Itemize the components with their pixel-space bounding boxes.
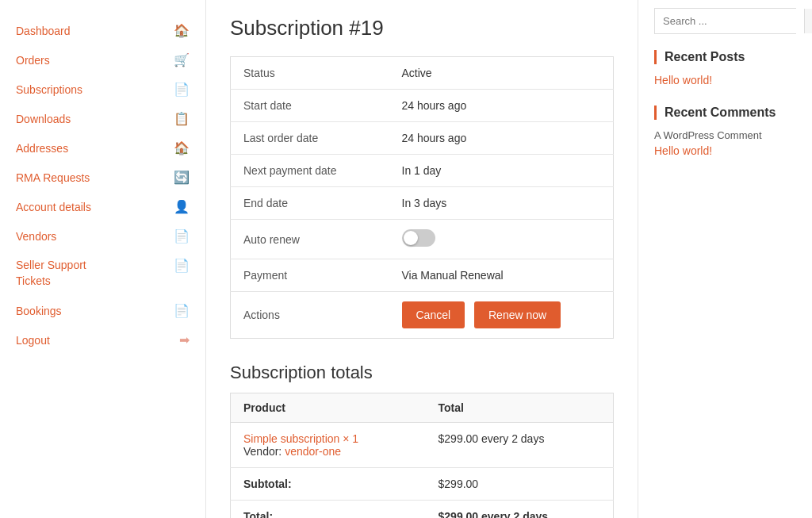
sidebar-item-logout[interactable]: Logout ➡ (0, 325, 205, 355)
product-row: Simple subscription × 1 Vendor: vendor-o… (231, 423, 614, 468)
comment-link[interactable]: Hello world! (654, 144, 796, 157)
sidebar-item-dashboard[interactable]: Dashboard 🏠 (0, 16, 205, 45)
auto-renew-label: Auto renew (231, 220, 389, 259)
totals-header-row: Product Total (231, 393, 614, 423)
account-icon: 👤 (174, 199, 190, 214)
sidebar-item-subscriptions[interactable]: Subscriptions 📄 (0, 75, 205, 104)
actions-cell: Cancel Renew now (389, 292, 614, 339)
addresses-label: Addresses (16, 142, 68, 155)
auto-renew-toggle[interactable] (402, 229, 435, 247)
recent-post-link[interactable]: Hello world! (654, 74, 796, 86)
vendor-label: Vendor: (243, 445, 285, 458)
sidebar-item-downloads[interactable]: Downloads 📋 (0, 104, 205, 133)
next-payment-label: Next payment date (231, 155, 389, 187)
recent-posts-widget: Recent Posts Hello world! (654, 50, 796, 86)
sidebar-item-bookings[interactable]: Bookings 📄 (0, 296, 205, 325)
product-name: Simple subscription (243, 432, 339, 445)
status-label: Status (231, 57, 389, 90)
logout-label: Logout (16, 334, 50, 347)
actions-row: Actions Cancel Renew now (231, 292, 614, 339)
page-title: Subscription #19 (230, 16, 614, 40)
payment-label: Payment (231, 259, 389, 292)
payment-row: Payment Via Manual Renewal (231, 259, 614, 292)
sidebar-item-rma[interactable]: RMA Requests 🔄 (0, 163, 205, 192)
end-date-value: In 3 days (389, 187, 614, 220)
subscription-info-table: Status Active Start date 24 hours ago La… (230, 56, 614, 339)
search-input[interactable] (655, 9, 804, 33)
vendors-icon: 📄 (174, 228, 190, 244)
status-row: Status Active (231, 57, 614, 90)
recent-comments-widget: Recent Comments A WordPress Comment Hell… (654, 106, 796, 157)
sidebar-item-account[interactable]: Account details 👤 (0, 192, 205, 221)
auto-renew-row: Auto renew (231, 220, 614, 259)
search-box: Sear (654, 8, 796, 34)
comment-text: A WordPress Comment (654, 129, 796, 141)
subtotal-value: $299.00 (426, 468, 614, 501)
last-order-value: 24 hours ago (389, 122, 614, 155)
product-link[interactable]: Simple subscription × 1 (243, 432, 358, 445)
cancel-button[interactable]: Cancel (402, 301, 465, 328)
toggle-knob (404, 231, 418, 245)
total-label: Total: (231, 501, 426, 519)
downloads-icon: 📋 (174, 111, 190, 126)
totals-section-title: Subscription totals (230, 363, 614, 383)
subtotal-label: Subtotal: (231, 468, 426, 501)
search-button[interactable]: Sear (804, 9, 812, 33)
orders-icon: 🛒 (174, 52, 190, 67)
next-payment-value: In 1 day (389, 155, 614, 187)
recent-posts-title: Recent Posts (654, 50, 796, 64)
actions-label: Actions (231, 292, 389, 339)
start-date-label: Start date (231, 90, 389, 122)
end-date-row: End date In 3 days (231, 187, 614, 220)
subscriptions-label: Subscriptions (16, 83, 82, 96)
product-total: $299.00 every 2 days (426, 423, 614, 468)
addresses-icon: 🏠 (174, 140, 190, 155)
dashboard-label: Dashboard (16, 25, 71, 37)
right-sidebar: Sear Recent Posts Hello world! Recent Co… (638, 0, 812, 518)
status-value: Active (389, 57, 614, 90)
rma-label: RMA Requests (16, 171, 90, 184)
product-cell: Simple subscription × 1 Vendor: vendor-o… (231, 423, 426, 468)
vendors-label: Vendors (16, 230, 56, 243)
renew-button[interactable]: Renew now (474, 301, 561, 328)
orders-label: Orders (16, 54, 50, 67)
seller-support-label: Seller SupportTickets (16, 258, 86, 289)
auto-renew-cell (389, 220, 614, 259)
logout-icon: ➡ (179, 332, 190, 347)
start-date-row: Start date 24 hours ago (231, 90, 614, 122)
bookings-icon: 📄 (174, 303, 190, 318)
vendor-link[interactable]: vendor-one (285, 445, 341, 458)
sidebar-item-seller-support[interactable]: Seller SupportTickets 📄 (0, 251, 205, 296)
totals-table: Product Total Simple subscription × 1 Ve… (230, 393, 614, 518)
bookings-label: Bookings (16, 305, 62, 317)
dashboard-icon: 🏠 (174, 23, 190, 38)
sidebar-item-addresses[interactable]: Addresses 🏠 (0, 133, 205, 163)
last-order-row: Last order date 24 hours ago (231, 122, 614, 155)
end-date-label: End date (231, 187, 389, 220)
total-col-header: Total (426, 393, 614, 423)
downloads-label: Downloads (16, 113, 71, 125)
sidebar-item-orders[interactable]: Orders 🛒 (0, 45, 205, 75)
rma-icon: 🔄 (174, 170, 190, 185)
product-col-header: Product (231, 393, 426, 423)
next-payment-row: Next payment date In 1 day (231, 155, 614, 187)
total-value: $299.00 every 2 days (426, 501, 614, 519)
account-label: Account details (16, 201, 91, 213)
seller-support-icon: 📄 (174, 258, 190, 273)
product-qty: × 1 (343, 432, 358, 445)
recent-comments-title: Recent Comments (654, 106, 796, 120)
subscriptions-icon: 📄 (174, 82, 190, 97)
sidebar-item-vendors[interactable]: Vendors 📄 (0, 221, 205, 251)
main-content: Subscription #19 Status Active Start dat… (206, 0, 638, 518)
start-date-value: 24 hours ago (389, 90, 614, 122)
sidebar: Dashboard 🏠 Orders 🛒 Subscriptions 📄 Dow… (0, 0, 206, 518)
last-order-label: Last order date (231, 122, 389, 155)
total-row: Total: $299.00 every 2 days (231, 501, 614, 519)
subtotal-row: Subtotal: $299.00 (231, 468, 614, 501)
payment-value: Via Manual Renewal (389, 259, 614, 292)
